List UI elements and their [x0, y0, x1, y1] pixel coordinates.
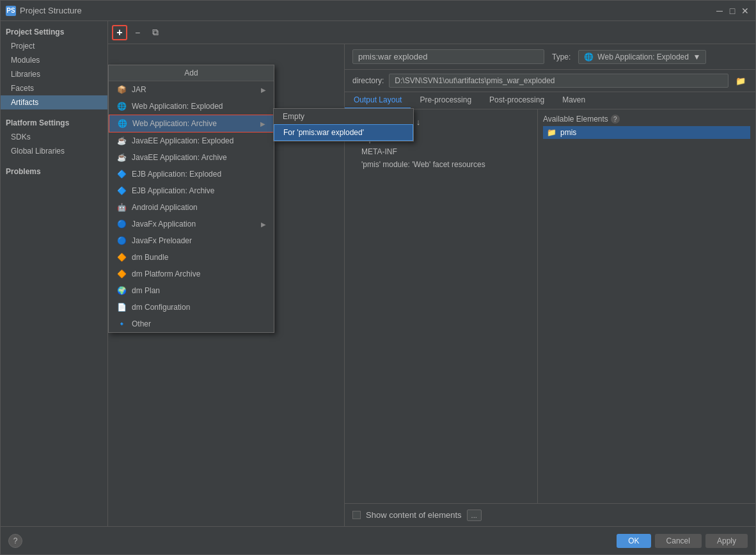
dropdown-item-javafx[interactable]: 🔵 JavaFx Application ▶: [109, 216, 274, 232]
output-layout-panel: + − ⇅ ↑ ↓ <output root> META-INF 'pmis' …: [345, 109, 538, 503]
type-dropdown-arrow: ▼: [693, 52, 700, 61]
window-title: Project Structure: [20, 6, 714, 15]
artifact-name-input[interactable]: [352, 49, 544, 64]
available-elements-header: Available Elements ?: [543, 115, 750, 124]
dropdown-item-dm-bundle[interactable]: 🔶 dm Bundle: [109, 249, 274, 266]
project-settings-section-title: Project Settings: [1, 24, 107, 39]
sidebar-item-global-libraries[interactable]: Global Libraries: [1, 144, 107, 158]
sidebar-item-artifacts[interactable]: Artifacts: [1, 95, 107, 109]
javafx-submenu-arrow: ▶: [261, 221, 266, 228]
available-elements-help-icon[interactable]: ?: [611, 115, 620, 124]
add-button[interactable]: +: [112, 25, 127, 40]
submenu-item-empty[interactable]: Empty: [274, 109, 344, 124]
left-panel: Add 📦 JAR ▶: [108, 44, 345, 526]
pmis-folder-icon: 📁: [547, 128, 556, 137]
cancel-button[interactable]: Cancel: [655, 534, 702, 548]
tabs-row: Output Layout Pre-processing Post-proces…: [345, 92, 755, 109]
available-elements-panel: Available Elements ? 📁 pmis: [538, 109, 755, 503]
problems-section-title: Problems: [1, 163, 107, 179]
show-content-label: Show content of elements: [366, 510, 462, 520]
javafx-preloader-icon: 🔵: [116, 236, 127, 246]
type-label: Type:: [552, 52, 571, 61]
remove-button[interactable]: −: [130, 25, 145, 40]
dropdown-item-javaee-exploded[interactable]: ☕ JavaEE Application: Exploded: [109, 133, 274, 149]
platform-settings-section-title: Platform Settings: [1, 115, 107, 130]
add-dropdown-menu: Add 📦 JAR ▶: [108, 65, 274, 333]
sidebar-item-project[interactable]: Project: [1, 39, 107, 53]
dm-platform-icon: 🔶: [116, 269, 127, 279]
dropdown-item-jar[interactable]: 📦 JAR ▶: [109, 81, 274, 98]
dropdown-item-javafx-preloader[interactable]: 🔵 JavaFx Preloader: [109, 232, 274, 249]
app-icon: PS: [6, 6, 16, 16]
dm-config-icon: 📄: [116, 302, 127, 312]
bottom-bar: ? OK Cancel Apply: [1, 526, 755, 554]
directory-browse-button[interactable]: 📁: [734, 74, 748, 88]
artifact-list: Add 📦 JAR ▶: [108, 44, 344, 526]
android-icon: 🤖: [116, 202, 127, 213]
sidebar-item-facets[interactable]: Facets: [1, 81, 107, 95]
dropdown-item-ejb-archive[interactable]: 🔷 EJB Application: Archive: [109, 182, 274, 199]
dropdown-item-other[interactable]: 🔹 Other: [109, 316, 274, 332]
javafx-icon: 🔵: [116, 219, 127, 229]
content-area: Project Settings Project Modules Librari…: [1, 21, 755, 526]
dm-bundle-icon: 🔶: [116, 252, 127, 262]
show-content-checkbox[interactable]: [352, 511, 361, 519]
directory-label: directory:: [352, 76, 384, 85]
project-structure-window: PS Project Structure ─ □ ✕ Project Setti…: [0, 0, 756, 555]
sidebar-item-libraries[interactable]: Libraries: [1, 67, 107, 81]
dm-plan-icon: 🌍: [116, 286, 127, 296]
artifact-header: Type: 🌐 Web Application: Exploded ▼: [345, 44, 755, 70]
bottom-left: ?: [8, 534, 22, 548]
available-item-pmis[interactable]: 📁 pmis: [543, 126, 750, 139]
submenu-item-for-pmis[interactable]: For 'pmis:war exploded': [274, 124, 344, 141]
title-bar: PS Project Structure ─ □ ✕: [1, 1, 755, 21]
sidebar-item-sdks[interactable]: SDKs: [1, 130, 107, 144]
other-icon: 🔹: [116, 319, 127, 329]
ejb-archive-icon: 🔷: [116, 186, 127, 196]
web-archive-submenu: Empty For 'pmis:war exploded': [273, 108, 344, 141]
dropdown-item-ejb-exploded[interactable]: 🔷 EJB Application: Exploded: [109, 166, 274, 182]
web-archive-submenu-arrow: ▶: [260, 120, 265, 127]
main-content: Add 📦 JAR ▶: [108, 44, 755, 526]
bottom-right: OK Cancel Apply: [617, 534, 748, 548]
window-controls: ─ □ ✕: [714, 6, 750, 16]
ejb-exploded-icon: 🔷: [116, 169, 127, 179]
sidebar: Project Settings Project Modules Librari…: [1, 21, 108, 526]
directory-input[interactable]: [389, 74, 728, 88]
javaee-archive-icon: ☕: [116, 152, 127, 163]
dropdown-title: Add: [109, 65, 274, 81]
maximize-button[interactable]: □: [727, 6, 737, 16]
web-archive-icon: 🌐: [117, 118, 127, 129]
dropdown-item-android[interactable]: 🤖 Android Application: [109, 199, 274, 216]
dropdown-item-javaee-archive[interactable]: ☕ JavaEE Application: Archive: [109, 149, 274, 166]
panel-content: + − ⇅ ↑ ↓ <output root> META-INF 'pmis' …: [345, 109, 755, 503]
directory-row: directory: 📁: [345, 70, 755, 92]
show-content-row: Show content of elements ...: [345, 503, 755, 526]
dropdown-item-web-archive[interactable]: 🌐 Web Application: Archive ▶: [109, 115, 274, 133]
web-app-exploded-icon: 🌐: [584, 52, 594, 61]
ok-button[interactable]: OK: [617, 534, 650, 548]
tab-post-processing[interactable]: Post-processing: [480, 92, 553, 109]
output-item-meta-inf[interactable]: META-INF: [350, 145, 532, 158]
jar-submenu-arrow: ▶: [261, 86, 266, 93]
tab-maven[interactable]: Maven: [553, 92, 594, 109]
dropdown-item-dm-config[interactable]: 📄 dm Configuration: [109, 299, 274, 316]
help-button[interactable]: ?: [8, 534, 22, 548]
web-exploded-icon: 🌐: [116, 101, 127, 111]
dropdown-item-dm-plan[interactable]: 🌍 dm Plan: [109, 282, 274, 299]
minimize-button[interactable]: ─: [714, 6, 725, 16]
javaee-exploded-icon: ☕: [116, 136, 127, 146]
dropdown-item-dm-platform[interactable]: 🔶 dm Platform Archive: [109, 266, 274, 282]
top-toolbar: + − ⧉: [108, 21, 755, 44]
type-dropdown[interactable]: 🌐 Web Application: Exploded ▼: [578, 50, 706, 64]
copy-button[interactable]: ⧉: [148, 25, 163, 40]
close-button[interactable]: ✕: [740, 6, 750, 16]
jar-icon: 📦: [116, 84, 127, 95]
apply-button[interactable]: Apply: [705, 534, 748, 548]
output-item-web-facet[interactable]: 'pmis' module: 'Web' facet resources: [350, 158, 532, 171]
tab-output-layout[interactable]: Output Layout: [345, 92, 411, 109]
show-content-more-button[interactable]: ...: [467, 510, 482, 521]
sidebar-item-modules[interactable]: Modules: [1, 53, 107, 67]
tab-pre-processing[interactable]: Pre-processing: [411, 92, 480, 109]
dropdown-item-web-exploded[interactable]: 🌐 Web Application: Exploded: [109, 98, 274, 115]
